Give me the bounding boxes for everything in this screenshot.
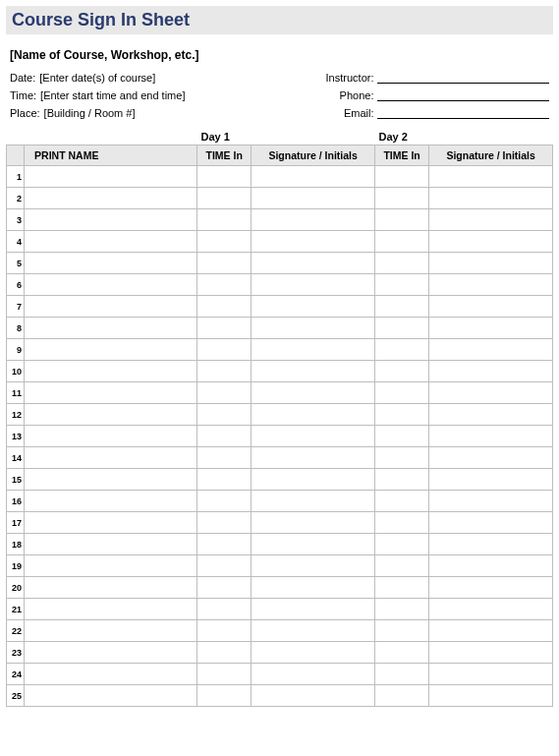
print-name-cell[interactable] — [25, 599, 197, 620]
day1-signature-cell[interactable] — [252, 447, 375, 469]
instructor-field[interactable] — [377, 70, 549, 84]
day2-timein-cell[interactable] — [374, 318, 428, 339]
day2-timein-cell[interactable] — [374, 664, 428, 685]
day2-signature-cell[interactable] — [429, 274, 553, 296]
day2-signature-cell[interactable] — [429, 534, 553, 555]
day2-timein-cell[interactable] — [374, 253, 428, 274]
day2-signature-cell[interactable] — [429, 491, 553, 512]
print-name-cell[interactable] — [25, 642, 197, 664]
day1-signature-cell[interactable] — [252, 512, 375, 534]
day2-timein-cell[interactable] — [374, 339, 428, 361]
day1-timein-cell[interactable] — [197, 188, 252, 209]
print-name-cell[interactable] — [25, 166, 197, 188]
print-name-cell[interactable] — [25, 469, 197, 491]
email-field[interactable] — [377, 105, 549, 119]
print-name-cell[interactable] — [25, 512, 197, 534]
day2-signature-cell[interactable] — [429, 166, 553, 188]
day2-signature-cell[interactable] — [429, 296, 553, 318]
day1-timein-cell[interactable] — [197, 253, 252, 274]
day1-timein-cell[interactable] — [197, 382, 252, 404]
day2-timein-cell[interactable] — [374, 685, 428, 707]
day1-signature-cell[interactable] — [252, 491, 375, 512]
day1-timein-cell[interactable] — [197, 361, 252, 382]
print-name-cell[interactable] — [25, 209, 197, 231]
day2-signature-cell[interactable] — [429, 361, 553, 382]
day2-timein-cell[interactable] — [374, 599, 428, 620]
phone-field[interactable] — [377, 87, 549, 101]
day1-signature-cell[interactable] — [252, 577, 375, 599]
day2-signature-cell[interactable] — [429, 209, 553, 231]
day1-signature-cell[interactable] — [252, 642, 375, 664]
day2-timein-cell[interactable] — [374, 512, 428, 534]
day2-signature-cell[interactable] — [429, 382, 553, 404]
print-name-cell[interactable] — [25, 188, 197, 209]
print-name-cell[interactable] — [25, 426, 197, 447]
day2-timein-cell[interactable] — [374, 231, 428, 253]
day1-timein-cell[interactable] — [197, 599, 252, 620]
day1-timein-cell[interactable] — [197, 469, 252, 491]
print-name-cell[interactable] — [25, 577, 197, 599]
print-name-cell[interactable] — [25, 339, 197, 361]
day1-signature-cell[interactable] — [252, 318, 375, 339]
day1-timein-cell[interactable] — [197, 491, 252, 512]
day2-timein-cell[interactable] — [374, 620, 428, 642]
day2-signature-cell[interactable] — [429, 469, 553, 491]
print-name-cell[interactable] — [25, 296, 197, 318]
day1-signature-cell[interactable] — [252, 361, 375, 382]
day1-signature-cell[interactable] — [252, 469, 375, 491]
day1-signature-cell[interactable] — [252, 426, 375, 447]
day1-signature-cell[interactable] — [252, 685, 375, 707]
day2-timein-cell[interactable] — [374, 296, 428, 318]
day1-signature-cell[interactable] — [252, 534, 375, 555]
day1-signature-cell[interactable] — [252, 404, 375, 426]
day2-signature-cell[interactable] — [429, 642, 553, 664]
day1-timein-cell[interactable] — [197, 642, 252, 664]
print-name-cell[interactable] — [25, 404, 197, 426]
day2-timein-cell[interactable] — [374, 382, 428, 404]
day1-signature-cell[interactable] — [252, 166, 375, 188]
day2-timein-cell[interactable] — [374, 555, 428, 577]
day1-signature-cell[interactable] — [252, 382, 375, 404]
day2-signature-cell[interactable] — [429, 620, 553, 642]
day1-timein-cell[interactable] — [197, 555, 252, 577]
day2-signature-cell[interactable] — [429, 339, 553, 361]
day2-timein-cell[interactable] — [374, 188, 428, 209]
day1-timein-cell[interactable] — [197, 318, 252, 339]
day2-timein-cell[interactable] — [374, 166, 428, 188]
day2-signature-cell[interactable] — [429, 664, 553, 685]
day2-signature-cell[interactable] — [429, 426, 553, 447]
print-name-cell[interactable] — [25, 447, 197, 469]
day1-timein-cell[interactable] — [197, 231, 252, 253]
print-name-cell[interactable] — [25, 274, 197, 296]
day2-timein-cell[interactable] — [374, 274, 428, 296]
day1-timein-cell[interactable] — [197, 426, 252, 447]
day2-signature-cell[interactable] — [429, 685, 553, 707]
print-name-cell[interactable] — [25, 382, 197, 404]
day2-timein-cell[interactable] — [374, 447, 428, 469]
print-name-cell[interactable] — [25, 685, 197, 707]
day1-timein-cell[interactable] — [197, 534, 252, 555]
day2-timein-cell[interactable] — [374, 491, 428, 512]
day1-signature-cell[interactable] — [252, 339, 375, 361]
day1-timein-cell[interactable] — [197, 166, 252, 188]
day1-signature-cell[interactable] — [252, 231, 375, 253]
day2-signature-cell[interactable] — [429, 512, 553, 534]
day2-timein-cell[interactable] — [374, 361, 428, 382]
day1-signature-cell[interactable] — [252, 188, 375, 209]
day2-signature-cell[interactable] — [429, 447, 553, 469]
day1-signature-cell[interactable] — [252, 209, 375, 231]
print-name-cell[interactable] — [25, 253, 197, 274]
day1-timein-cell[interactable] — [197, 577, 252, 599]
day1-timein-cell[interactable] — [197, 296, 252, 318]
day1-signature-cell[interactable] — [252, 274, 375, 296]
day2-timein-cell[interactable] — [374, 404, 428, 426]
day2-signature-cell[interactable] — [429, 404, 553, 426]
day1-timein-cell[interactable] — [197, 274, 252, 296]
day2-timein-cell[interactable] — [374, 209, 428, 231]
day1-signature-cell[interactable] — [252, 253, 375, 274]
day1-signature-cell[interactable] — [252, 555, 375, 577]
print-name-cell[interactable] — [25, 620, 197, 642]
print-name-cell[interactable] — [25, 231, 197, 253]
print-name-cell[interactable] — [25, 491, 197, 512]
day2-signature-cell[interactable] — [429, 231, 553, 253]
